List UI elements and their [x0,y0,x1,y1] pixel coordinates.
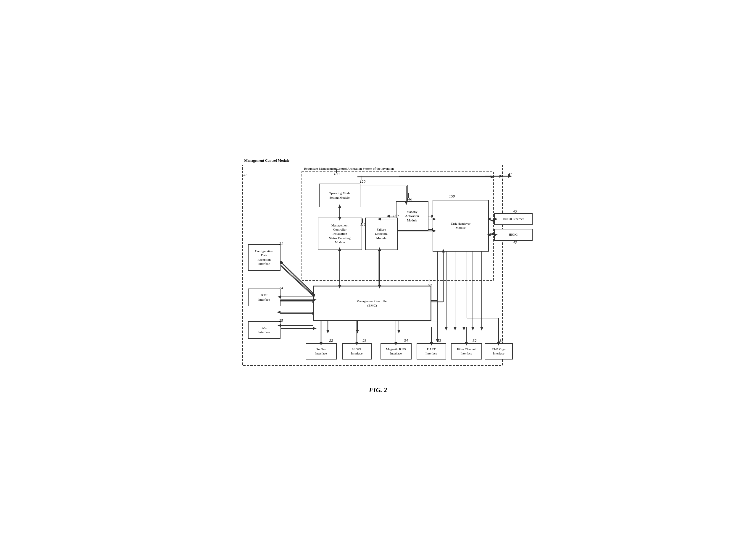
magnetic-rj45-box: Magnetic RJ45Interface [381,343,412,359]
label-34: 34 [404,338,408,343]
svg-marker-58 [491,233,494,235]
svg-marker-39 [277,311,281,314]
svg-marker-33 [480,327,483,330]
svg-marker-29 [445,327,448,330]
svg-marker-32 [471,327,474,330]
label-23: 23 [363,338,367,343]
label-21: 21 [279,241,283,246]
management-control-module-label: Management Control Module [244,159,289,163]
config-data-box: ConfigurationDataReceptionInterface [248,244,281,271]
svg-line-85 [281,262,313,293]
failure-detecting-box: FailureDetectingModule [365,218,398,250]
label-120: 120 [360,179,366,184]
svg-line-34 [281,262,313,294]
ipmi-box: IPMIInterface [248,288,281,306]
svg-marker-47 [326,330,329,333]
task-handover-box: Task HandoverModule [433,200,489,252]
management-controller-box: Management Controller(BMC) [313,285,431,321]
mcisd-box: ManagementControllerInstallationStatus D… [318,218,362,250]
label-41: 41 [508,172,512,177]
label-31: 31 [499,338,503,343]
svg-marker-31 [462,327,465,330]
label-20: 20 [243,173,246,177]
ethernet-box: 10/100 Ethernet [494,213,533,225]
i2c-box: I2CInterface [248,321,281,339]
svg-line-87 [281,267,313,296]
redundant-system-label: Redundant Management Control Arbitration… [304,167,394,170]
operating-mode-box: Operating ModeSetting Module [319,184,360,207]
diagram-area: Management Control Module 20 Redundant M… [242,156,514,380]
label-22: 22 [329,338,333,343]
svg-marker-96 [313,327,317,330]
fibre-channel-box: Fibre ChannelInterface [451,343,482,359]
label-33: 33 [437,338,441,343]
label-130: 130 [393,214,399,218]
higig-box: HiGiGInterface [342,343,372,359]
standby-activation-box: StandbyActivationModule [396,201,428,231]
label-24: 24 [279,285,283,290]
svg-marker-3 [499,175,503,178]
svg-marker-63 [397,330,400,333]
label-150: 150 [449,194,455,199]
label-140: 140 [407,197,412,202]
label-25: 25 [279,318,283,323]
svg-marker-30 [454,327,457,330]
svg-marker-49 [356,330,359,333]
svg-marker-8 [386,215,390,218]
rj45-giga-box: RJ45 GigaInterface [485,343,513,359]
label-32: 32 [473,338,477,343]
higig-ext-box: HiGiG [494,229,533,241]
figure-caption: FIG. 2 [242,386,514,394]
svg-line-40 [281,265,312,294]
svg-marker-65 [491,175,495,178]
svg-marker-55 [491,219,494,222]
label-42: 42 [513,209,517,214]
page-container: Management Control Module 20 Redundant M… [236,150,520,400]
uart-box: UARTInterface [417,343,446,359]
svg-rect-0 [243,165,502,365]
serdes-box: SerDesInterface [306,343,337,359]
label-43: 43 [513,240,517,245]
